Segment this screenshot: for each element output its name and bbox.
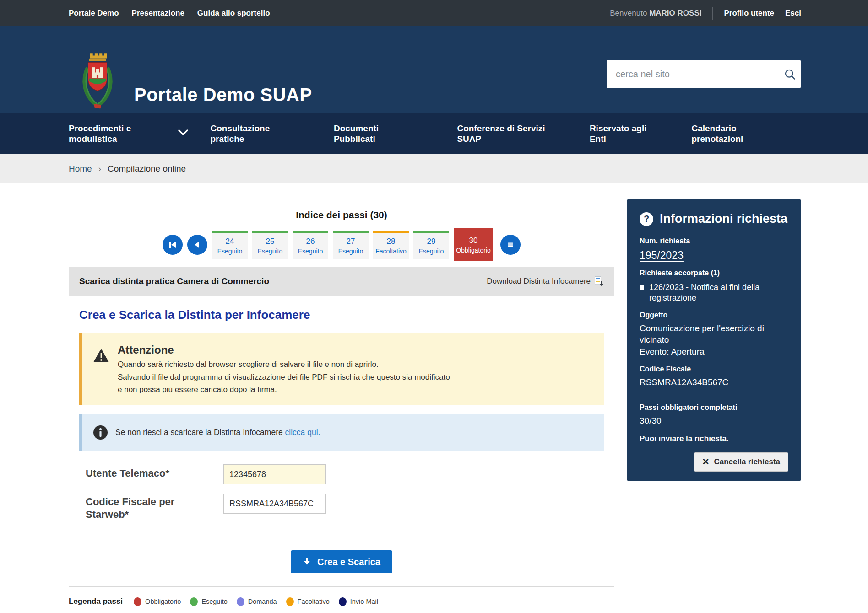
breadcrumb-current: Compilazione online — [108, 164, 186, 174]
nav-item-procedimenti-e-modulistica[interactable]: Procedimenti e modulistica — [69, 123, 210, 144]
topbar-link-guida-allo-sportello[interactable]: Guida allo sportello — [197, 9, 270, 18]
step-29-eseguito[interactable]: 29Eseguito — [413, 231, 449, 259]
main-nav: Procedimenti e modulisticaConsultazione … — [0, 113, 868, 154]
info-icon — [93, 425, 108, 440]
nav-item-calendario-prenotazioni[interactable]: Calendario prenotazioni — [691, 123, 801, 144]
step-25-eseguito[interactable]: 25Eseguito — [252, 231, 288, 259]
download-distinta-link[interactable]: Download Distinta Infocamere — [487, 276, 604, 287]
legend-title: Legenda passi — [69, 597, 123, 606]
legend-label: Domanda — [248, 598, 277, 605]
cancella-richiesta-label: Cancella richiesta — [714, 457, 780, 467]
question-mark-icon: ? — [640, 212, 653, 226]
legend-item-facoltativo: Facoltativo — [286, 597, 330, 606]
step-status: Eseguito — [419, 247, 444, 255]
welcome-text: Benvenuto MARIO ROSSI — [610, 9, 701, 18]
close-x-icon: ✕ — [702, 457, 710, 467]
site-title: Portale Demo SUAP — [134, 85, 312, 105]
legend-label: Invio Mail — [350, 598, 378, 605]
legend-label: Eseguito — [201, 598, 227, 605]
step-status: Obbligatorio — [456, 247, 491, 254]
step-30-obbligatorio[interactable]: 30Obbligatorio — [454, 228, 493, 261]
legend-dot-facoltativo — [286, 597, 294, 606]
username: MARIO ROSSI — [649, 9, 701, 17]
bullet-square-icon — [640, 285, 644, 290]
warning-line: Salvando il file dal programma di visual… — [118, 371, 450, 384]
step-prev-button[interactable] — [187, 235, 207, 255]
download-arrow-icon — [303, 557, 311, 567]
municipality-logo-icon — [81, 51, 114, 114]
legend-item-obbligatorio: Obbligatorio — [134, 597, 181, 606]
request-number-label: Num. richiesta — [640, 237, 788, 245]
menu-icon — [505, 240, 515, 250]
sidebar-title: Informazioni richiesta — [660, 212, 787, 226]
nav-item-label: Procedimenti e modulistica — [69, 123, 137, 144]
step-panel: Scarica distinta pratica Camera di Comme… — [69, 267, 614, 587]
skip-to-start-icon — [167, 239, 178, 250]
utente-telemaco-label: Utente Telemaco* — [86, 467, 214, 480]
legend-item-eseguito: Eseguito — [190, 597, 227, 606]
top-bar: Portale DemoPresentazioneGuida allo spor… — [0, 0, 868, 26]
crea-e-scarica-button[interactable]: Crea e Scarica — [291, 550, 392, 573]
breadcrumb-home-link[interactable]: Home — [69, 164, 92, 174]
completed-steps-value: 30/30 — [640, 415, 788, 427]
divider — [712, 7, 713, 20]
profile-link[interactable]: Profilo utente — [724, 9, 774, 18]
grouped-requests-label: Richieste accorpate (1) — [640, 269, 788, 277]
step-status: Facoltativo — [375, 247, 407, 255]
step-first-button[interactable] — [163, 235, 183, 255]
legend-label: Obbligatorio — [145, 598, 181, 605]
info-box: Se non riesci a scaricare la Distinta In… — [79, 414, 604, 451]
nav-item-conferenze-di-servizi-suap[interactable]: Conferenze di Servizi SUAP — [457, 123, 589, 144]
step-27-eseguito[interactable]: 27Eseguito — [333, 231, 369, 259]
step-panel-title: Scarica distinta pratica Camera di Comme… — [79, 276, 269, 286]
warning-box: Attenzione Quando sarà richiesto dal bro… — [79, 333, 604, 405]
nav-item-consultazione-pratiche[interactable]: Consultazione pratiche — [210, 123, 334, 144]
codice-fiscale-starweb-label: Codice Fiscale per Starweb* — [86, 495, 214, 521]
nav-item-label: Calendario prenotazioni — [691, 123, 767, 144]
topbar-links: Portale DemoPresentazioneGuida allo spor… — [69, 9, 270, 18]
steps-menu-button[interactable] — [500, 235, 521, 255]
topbar-link-portale-demo[interactable]: Portale Demo — [69, 9, 119, 18]
legend-dot-domanda — [237, 597, 244, 606]
distinta-form: Utente Telemaco* Codice Fiscale per Star… — [79, 464, 604, 538]
warning-title: Attenzione — [118, 344, 450, 356]
step-26-eseguito[interactable]: 26Eseguito — [293, 231, 328, 259]
cancella-richiesta-button[interactable]: ✕ Cancella richiesta — [694, 452, 789, 472]
legend-dot-invio-mail — [339, 597, 347, 606]
step-number: 26 — [306, 237, 315, 246]
step-number: 29 — [427, 237, 436, 246]
site-search — [607, 60, 801, 88]
fiscal-code-label: Codice Fiscale — [640, 365, 788, 373]
fiscal-code-value: RSSMRA12A34B567C — [640, 376, 788, 388]
request-number-link[interactable]: 195/2023 — [640, 249, 684, 262]
utente-telemaco-input[interactable] — [223, 464, 326, 484]
warning-triangle-icon — [93, 348, 109, 363]
clicca-qui-link[interactable]: clicca qui. — [285, 428, 320, 437]
info-text: Se non riesci a scaricare la Distinta In… — [115, 428, 320, 437]
steps-legend: Legenda passi ObbligatorioEseguitoDomand… — [69, 597, 378, 606]
search-input[interactable] — [607, 60, 779, 88]
request-info-sidebar: ? Informazioni richiesta Num. richiesta … — [627, 199, 801, 481]
crea-e-scarica-label: Crea e Scarica — [317, 557, 380, 567]
step-number: 30 — [469, 236, 478, 245]
step-28-facoltativo[interactable]: 28Facoltativo — [373, 231, 409, 259]
step-24-eseguito[interactable]: 24Eseguito — [212, 231, 248, 259]
nav-item-riservato-agli-enti[interactable]: Riservato agli Enti — [590, 123, 692, 144]
topbar-link-presentazione[interactable]: Presentazione — [132, 9, 184, 18]
subject-value: Comunicazione per l'esercizio di vicinat… — [640, 323, 788, 358]
codice-fiscale-starweb-input[interactable] — [223, 494, 326, 514]
page-title: Crea e Scarica la Distinta per Infocamer… — [79, 308, 604, 322]
step-status: Eseguito — [338, 247, 363, 255]
nav-item-documenti-pubblicati[interactable]: Documenti Pubblicati — [334, 123, 457, 144]
download-document-icon — [594, 276, 604, 287]
steps-row: 24Eseguito25Eseguito26Eseguito27Eseguito… — [69, 228, 614, 261]
grouped-request-item: 126/2023 - Notifica ai fini della regist… — [640, 282, 788, 304]
logout-link[interactable]: Esci — [785, 9, 801, 18]
step-panel-header: Scarica distinta pratica Camera di Comme… — [69, 267, 614, 296]
site-header: Portale Demo SUAP — [0, 26, 868, 113]
download-distinta-label: Download Distinta Infocamere — [487, 277, 591, 286]
search-icon[interactable] — [779, 60, 801, 88]
legend-item-domanda: Domanda — [237, 597, 277, 606]
step-status: Eseguito — [258, 247, 282, 255]
legend-dot-eseguito — [190, 597, 198, 606]
